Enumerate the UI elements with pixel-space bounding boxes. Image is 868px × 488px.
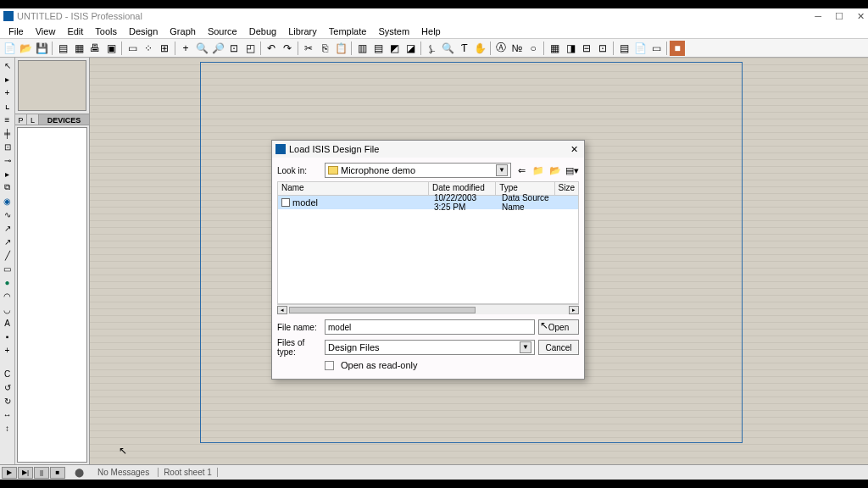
cut-icon[interactable]: ✂ (301, 41, 316, 56)
message-indicator[interactable]: ⬤ (70, 468, 89, 477)
menu-design[interactable]: Design (124, 25, 163, 37)
component-tool-icon[interactable]: ▸ (1, 73, 14, 85)
close-button[interactable]: ✕ (857, 11, 865, 22)
graph-tool-icon[interactable]: ⧉ (1, 181, 14, 193)
erc-icon[interactable]: № (509, 41, 525, 56)
open-button[interactable]: Open (538, 319, 579, 335)
p-button[interactable]: P (15, 114, 27, 125)
paste-icon[interactable]: 📋 (333, 41, 348, 56)
scroll-left-icon[interactable]: ◂ (277, 306, 287, 314)
report-icon[interactable]: ⊟ (579, 41, 594, 56)
rotate-ccw-icon[interactable]: ↺ (1, 381, 14, 393)
menu-debug[interactable]: Debug (244, 25, 281, 37)
search-icon[interactable]: 🔍 (440, 41, 455, 56)
document-icon[interactable]: 📄 (632, 41, 648, 56)
new-folder-icon[interactable]: 📂 (548, 164, 562, 177)
menu-template[interactable]: Template (324, 25, 372, 37)
block-rotate-icon[interactable]: ◩ (387, 41, 402, 56)
redo-icon[interactable]: ↷ (280, 41, 295, 56)
menu-tools[interactable]: Tools (90, 25, 122, 37)
filename-input[interactable] (325, 319, 535, 335)
print-icon[interactable]: 🖶 (87, 41, 103, 56)
device-list[interactable] (17, 127, 87, 463)
sheet-icon[interactable]: ▤ (55, 41, 70, 56)
filetype-dropdown-arrow-icon[interactable]: ▼ (520, 341, 531, 353)
cancel-button[interactable]: Cancel (538, 340, 579, 355)
probe-v-tool-icon[interactable]: ↗ (1, 222, 14, 234)
zoom-fit-icon[interactable]: ⊡ (226, 41, 242, 56)
menu-view[interactable]: View (31, 25, 61, 37)
new-file-icon[interactable]: 📄 (2, 41, 17, 56)
generator-tool-icon[interactable]: ∿ (1, 208, 14, 220)
line-tool-icon[interactable]: ╱ (1, 249, 14, 261)
file-row[interactable]: model 10/22/2003 3:25 PM Data Source Nam… (278, 196, 578, 209)
materials-icon[interactable]: ○ (526, 41, 541, 56)
zoom-area-icon[interactable]: ◰ (242, 41, 258, 56)
menu-edit[interactable]: Edit (62, 25, 88, 37)
menu-file[interactable]: File (3, 25, 29, 37)
net-compare-icon[interactable]: ⊡ (595, 41, 610, 56)
view-menu-icon[interactable]: ▤▾ (565, 164, 579, 177)
menu-help[interactable]: Help (416, 25, 446, 37)
origin-icon[interactable]: + (178, 41, 193, 56)
region-icon[interactable]: ▣ (103, 41, 119, 56)
filetype-select[interactable]: Design Files ▼ (325, 340, 535, 355)
text-script-tool-icon[interactable]: ≡ (1, 114, 14, 125)
up-folder-icon[interactable]: 📁 (531, 164, 545, 177)
copy-icon[interactable]: ⎘ (317, 41, 332, 56)
mirror-h-icon[interactable]: ↔ (1, 408, 14, 420)
label-tool-icon[interactable]: ʟ (1, 100, 14, 112)
refresh-icon[interactable]: C (1, 368, 14, 380)
grid-lines-icon[interactable]: ⊞ (157, 41, 172, 56)
tape-tool-icon[interactable]: ◉ (1, 195, 14, 207)
horizontal-scrollbar[interactable]: ◂ ▸ (277, 304, 579, 314)
mirror-v-icon[interactable]: ↕ (1, 422, 14, 434)
text-search-icon[interactable]: Ƭ (456, 41, 471, 56)
pin-tool-icon[interactable]: ▸ (1, 168, 14, 180)
minimize-button[interactable]: ─ (815, 11, 821, 22)
block-copy-icon[interactable]: ▥ (354, 41, 370, 56)
back-icon[interactable]: ⇐ (515, 164, 528, 177)
maximize-button[interactable]: ☐ (835, 11, 843, 22)
scroll-right-icon[interactable]: ▸ (569, 306, 579, 314)
pause-button[interactable]: || (34, 467, 49, 479)
import-icon[interactable]: ▦ (71, 41, 86, 56)
netlist-icon[interactable]: Ⓐ (493, 41, 509, 56)
menu-graph[interactable]: Graph (164, 25, 201, 37)
subcircuit-tool-icon[interactable]: ⊡ (1, 141, 14, 152)
box-tool-icon[interactable]: ▭ (1, 263, 14, 274)
junction-tool-icon[interactable]: + (1, 86, 14, 98)
block-delete-icon[interactable]: ◪ (403, 41, 418, 56)
look-in-select[interactable]: Microphone demo ▼ (325, 163, 511, 178)
transfer-icon[interactable]: ▤ (616, 41, 632, 56)
scroll-thumb[interactable] (289, 307, 476, 313)
menu-source[interactable]: Source (203, 25, 242, 37)
bus-tool-icon[interactable]: ╪ (1, 127, 14, 139)
probe-i-tool-icon[interactable]: ↗ (1, 236, 14, 247)
wire-auto-icon[interactable]: ⍼ (424, 41, 439, 56)
stop-icon[interactable]: ■ (670, 41, 685, 56)
arena-icon[interactable]: ▦ (547, 41, 562, 56)
stop-button[interactable]: ■ (50, 467, 65, 479)
new-net-icon[interactable]: ◨ (563, 41, 578, 56)
export-icon[interactable]: ▭ (648, 41, 664, 56)
l-button[interactable]: L (27, 114, 39, 125)
arc-tool-icon[interactable]: ◠ (1, 290, 14, 302)
menu-library[interactable]: Library (283, 25, 322, 37)
dropdown-arrow-icon[interactable]: ▼ (496, 164, 508, 176)
open-file-icon[interactable]: 📂 (18, 41, 33, 56)
dialog-close-button[interactable]: ✕ (567, 144, 581, 155)
play-button[interactable]: ▶ (2, 467, 17, 479)
plus-marker-tool-icon[interactable]: + (1, 344, 14, 356)
dialog-titlebar[interactable]: Load ISIS Design File ✕ (272, 141, 584, 158)
zoom-out-icon[interactable]: 🔎 (210, 41, 225, 56)
menu-system[interactable]: System (373, 25, 415, 37)
readonly-checkbox[interactable] (325, 361, 334, 370)
marker-icon[interactable]: ▭ (125, 41, 140, 56)
grid-dots-icon[interactable]: ⁘ (141, 41, 156, 56)
terminal-tool-icon[interactable]: ⊸ (1, 154, 14, 166)
rotate-cw-icon[interactable]: ↻ (1, 395, 14, 407)
pick-icon[interactable]: ✋ (472, 41, 487, 56)
col-name[interactable]: Name (278, 182, 429, 195)
file-list[interactable]: Name Date modified Type Size model 10/22… (277, 181, 579, 304)
